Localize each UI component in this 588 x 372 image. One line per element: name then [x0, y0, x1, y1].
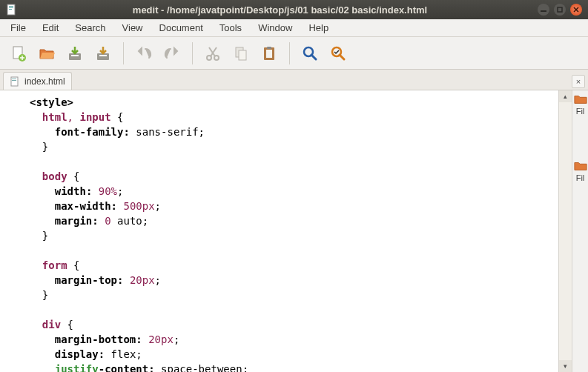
folder-icon — [574, 93, 587, 105]
tab-active[interactable]: index.html — [3, 72, 72, 90]
svg-rect-4 — [541, 10, 546, 12]
code-text: <style> — [30, 96, 73, 108]
menu-search[interactable]: Search — [67, 21, 113, 35]
maximize-button[interactable] — [554, 4, 566, 16]
workspace: <style> html, input { font-family: sans-… — [0, 90, 588, 372]
undo-button[interactable] — [131, 41, 156, 66]
toolbar-separator — [289, 42, 290, 64]
save-as-button[interactable] — [90, 41, 116, 66]
code-editor[interactable]: <style> html, input { font-family: sans-… — [0, 90, 558, 372]
svg-rect-24 — [12, 79, 16, 79]
scroll-down-icon[interactable]: ▾ — [559, 360, 572, 372]
tabbar: index.html × — [0, 70, 588, 90]
menu-view[interactable]: View — [115, 21, 151, 35]
menu-tools[interactable]: Tools — [212, 21, 249, 35]
svg-rect-5 — [558, 7, 562, 12]
side-label-1: Fil — [576, 107, 585, 116]
scroll-up-icon[interactable]: ▴ — [559, 90, 572, 102]
menu-help[interactable]: Help — [301, 21, 336, 35]
scrollbar[interactable]: ▴ ▾ — [558, 90, 572, 372]
open-file-button[interactable] — [34, 41, 59, 66]
menu-documents[interactable]: Document — [152, 21, 211, 35]
redo-button[interactable] — [159, 41, 185, 66]
window-controls — [538, 4, 582, 16]
menu-window[interactable]: Window — [251, 21, 300, 35]
side-browser-1[interactable]: Fil — [574, 93, 587, 116]
svg-rect-20 — [267, 47, 271, 49]
svg-rect-2 — [9, 7, 13, 8]
folder-icon — [574, 160, 587, 172]
side-panel: Fil Fil — [572, 90, 588, 372]
menu-file[interactable]: File — [3, 21, 33, 35]
svg-rect-19 — [266, 50, 272, 58]
toolbar — [0, 37, 588, 70]
svg-rect-11 — [71, 55, 79, 56]
save-button[interactable] — [62, 41, 87, 66]
file-icon — [10, 76, 20, 87]
paste-button[interactable] — [257, 41, 282, 66]
app-icon — [6, 4, 18, 16]
window-title: medit - /home/javatpoint/Desktop/js/01 b… — [22, 4, 538, 16]
close-button[interactable] — [570, 4, 582, 16]
svg-rect-1 — [9, 6, 13, 7]
tab-label: index.html — [24, 76, 65, 87]
svg-rect-25 — [12, 80, 16, 81]
menubar: File Edit Search View Document Tools Win… — [0, 19, 588, 37]
minimize-button[interactable] — [538, 4, 549, 16]
toolbar-separator — [123, 42, 124, 64]
svg-rect-13 — [99, 55, 107, 56]
side-browser-2[interactable]: Fil — [574, 160, 587, 182]
menu-edit[interactable]: Edit — [35, 21, 66, 35]
svg-rect-17 — [239, 50, 246, 60]
copy-button[interactable] — [228, 41, 254, 66]
svg-rect-3 — [9, 9, 12, 10]
new-file-button[interactable] — [6, 41, 31, 66]
svg-rect-23 — [11, 77, 18, 86]
side-label-2: Fil — [576, 173, 585, 182]
toolbar-separator — [192, 42, 193, 64]
cut-button[interactable] — [200, 41, 225, 66]
find-button[interactable] — [297, 41, 323, 66]
tab-close-button[interactable]: × — [572, 75, 585, 88]
titlebar: medit - /home/javatpoint/Desktop/js/01 b… — [0, 0, 588, 19]
find-replace-button[interactable] — [326, 41, 351, 66]
